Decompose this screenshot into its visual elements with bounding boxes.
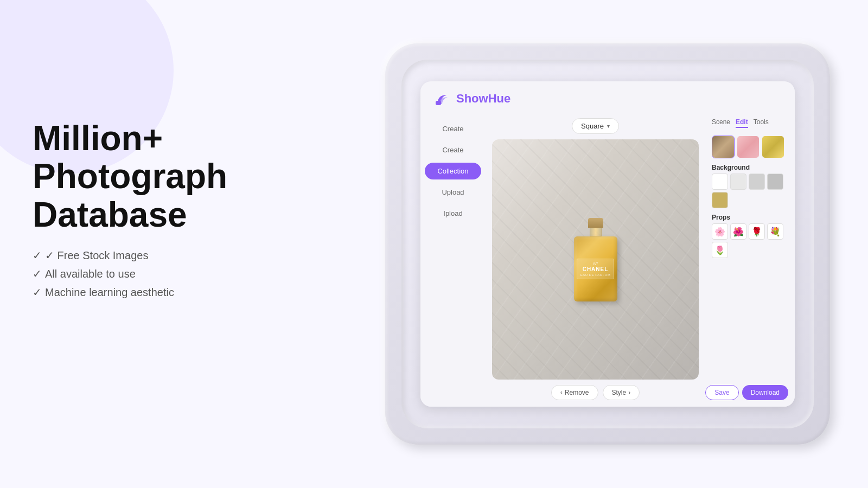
props-section: Props 🌸 🌺 🌹 💐 🌷 <box>712 214 788 258</box>
bottle-body: Nº CHANEL EAU DE PARFUM <box>574 236 617 301</box>
showhue-logo-icon <box>433 90 451 107</box>
checkmark-2: ✓ <box>33 267 42 280</box>
left-panel: Million+PhotographDatabase ✓ ✓ Free Stoc… <box>33 119 227 299</box>
canvas-toolbar: Square ▾ <box>492 118 699 134</box>
canvas-image-container: Nº CHANEL EAU DE PARFUM <box>492 139 699 380</box>
bg-swatches <box>712 174 788 208</box>
chanel-no: Nº <box>580 261 610 266</box>
feature-1: ✓ ✓ Free Stock Images <box>33 249 227 262</box>
scene-thumb-3[interactable] <box>762 136 784 158</box>
app-main: Create Create Collection Upload Ipload S… <box>420 112 795 407</box>
swatch-mid-gray[interactable] <box>749 174 765 190</box>
style-label: Style <box>612 389 627 396</box>
chanel-text: CHANEL <box>580 266 610 272</box>
bottle-label: Nº CHANEL EAU DE PARFUM <box>577 259 614 279</box>
background-section-title: Background <box>712 164 788 171</box>
feature-2-text: All available to use <box>45 268 136 280</box>
sidebar-item-collection[interactable]: Collection <box>425 163 481 179</box>
scene-thumb-2[interactable] <box>737 136 760 158</box>
sidebar-item-upload[interactable]: Upload <box>425 184 481 201</box>
chevron-left-icon: ‹ <box>560 389 563 396</box>
sidebar: Create Create Collection Upload Ipload <box>420 112 486 407</box>
prop-3[interactable]: 🌹 <box>749 223 765 240</box>
swatch-dark-gray[interactable] <box>767 174 783 190</box>
tab-scene[interactable]: Scene <box>712 118 730 128</box>
perfume-scene: Nº CHANEL EAU DE PARFUM <box>492 139 699 380</box>
feature-1-text: ✓ Free Stock Images <box>45 249 148 262</box>
thumb-yellow-bg <box>762 136 784 158</box>
prop-2[interactable]: 🌺 <box>730 223 746 240</box>
app-header: ShowHue <box>420 81 795 112</box>
panel-tabs: Scene Edit Tools <box>712 118 788 128</box>
background-section: Background <box>712 164 788 208</box>
svg-rect-0 <box>436 101 441 105</box>
prop-1[interactable]: 🌸 <box>712 223 728 240</box>
thumb-pink-bg <box>737 136 759 158</box>
sidebar-item-create1[interactable]: Create <box>425 120 481 137</box>
tab-edit[interactable]: Edit <box>736 118 748 128</box>
props-grid: 🌸 🌺 🌹 💐 🌷 <box>712 223 788 258</box>
swatch-white[interactable] <box>712 174 728 190</box>
download-button[interactable]: Download <box>742 385 788 400</box>
style-button[interactable]: Style › <box>603 385 640 400</box>
perfume-bottle: Nº CHANEL EAU DE PARFUM <box>574 218 617 301</box>
feature-2: ✓ All available to use <box>33 267 227 280</box>
format-selector[interactable]: Square ▾ <box>572 118 619 134</box>
features-list: ✓ ✓ Free Stock Images ✓ All available to… <box>33 249 227 299</box>
mockup-area: ShowHue Create Create Collection Upload … <box>380 27 835 461</box>
sidebar-item-ipload[interactable]: Ipload <box>425 205 481 222</box>
canvas-bottom-bar: ‹ Remove Style › <box>492 385 699 400</box>
tray-outer: ShowHue Create Create Collection Upload … <box>385 43 830 445</box>
app-title: ShowHue <box>456 92 510 106</box>
right-panel: Scene Edit Tools <box>705 112 795 407</box>
bottle-cap <box>588 218 603 228</box>
format-label: Square <box>581 122 604 130</box>
scene-thumb-1[interactable] <box>712 136 735 158</box>
save-button[interactable]: Save <box>705 385 738 400</box>
checkmark-3: ✓ <box>33 286 42 299</box>
thumb-marble-bg <box>712 136 734 158</box>
scene-thumbnails <box>712 136 788 158</box>
remove-label: Remove <box>565 389 589 396</box>
prop-5[interactable]: 🌷 <box>712 242 728 258</box>
swatch-light-gray[interactable] <box>730 174 746 190</box>
checkmark-1: ✓ <box>33 249 42 262</box>
chevron-down-icon: ▾ <box>607 123 610 129</box>
sidebar-item-create2[interactable]: Create <box>425 142 481 158</box>
swatch-gold[interactable] <box>712 192 728 208</box>
tab-tools[interactable]: Tools <box>754 118 769 128</box>
tray-inner: ShowHue Create Create Collection Upload … <box>401 60 814 428</box>
props-section-title: Props <box>712 214 788 221</box>
feature-3-text: Machine learning aesthetic <box>45 286 174 299</box>
app-title-show: Show <box>456 92 488 105</box>
feature-3: ✓ Machine learning aesthetic <box>33 286 227 299</box>
app-window: ShowHue Create Create Collection Upload … <box>420 81 795 407</box>
headline: Million+PhotographDatabase <box>33 119 227 234</box>
app-title-hue: Hue <box>488 92 511 105</box>
panel-actions: Save Download <box>712 385 788 400</box>
remove-button[interactable]: ‹ Remove <box>551 385 598 400</box>
bottle-neck <box>590 228 602 236</box>
prop-4[interactable]: 💐 <box>767 223 783 240</box>
canvas-area: Square ▾ <box>486 112 705 407</box>
chevron-right-icon: › <box>628 389 630 396</box>
chanel-sub: EAU DE PARFUM <box>580 273 610 277</box>
